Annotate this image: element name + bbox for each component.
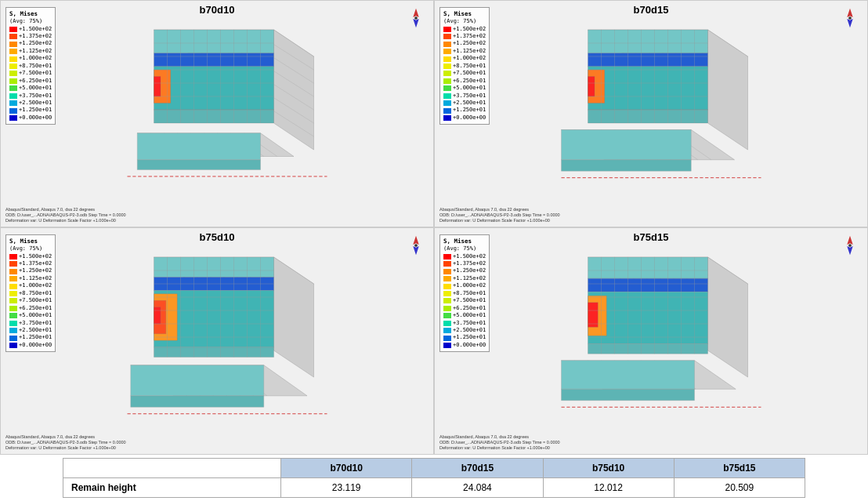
legend-row: +5.000e+01 <box>9 312 52 319</box>
panel-info-br: Abaqus/Standard, Abaqus 7.0, dsa 22 degr… <box>439 434 560 451</box>
table-cell-b75d15: 20.509 <box>674 478 805 498</box>
legend-row: +7.500e+01 <box>9 70 52 77</box>
legend-title-br: S, Mises <box>443 238 486 245</box>
legend-subtitle-tr: (Avg: 75%) <box>443 18 486 25</box>
legend-subtitle-tl: (Avg: 75%) <box>9 18 52 25</box>
table-header-b75d10: b75d10 <box>543 459 674 478</box>
svg-point-182 <box>848 244 852 247</box>
legend-row: +1.250e+02 <box>443 40 486 47</box>
svg-marker-148 <box>708 257 748 377</box>
legend-row: +1.000e+02 <box>443 282 486 289</box>
table-header-b70d10: b70d10 <box>281 459 412 478</box>
legend-row: +1.375e+02 <box>443 260 486 267</box>
svg-marker-153 <box>588 303 599 327</box>
svg-marker-134 <box>131 365 264 396</box>
legend-row: +8.750e+01 <box>9 63 52 70</box>
svg-marker-149 <box>588 257 708 278</box>
table-header-empty <box>63 459 281 478</box>
legend-row: +7.500e+01 <box>443 297 486 304</box>
mesh-svg-br <box>505 244 844 430</box>
legend-row: +2.500e+01 <box>443 100 486 107</box>
svg-marker-177 <box>562 361 695 390</box>
mesh-svg-tr <box>505 16 844 203</box>
table-cell-b75d10: 12.012 <box>543 478 674 498</box>
legend-row: +1.375e+02 <box>9 260 52 267</box>
svg-marker-178 <box>562 389 695 400</box>
legend-row: +5.000e+01 <box>443 312 486 319</box>
svg-marker-110 <box>154 307 161 324</box>
legend-bottom-left: S, Mises (Avg: 75%) +1.500e+02 +1.375e+0… <box>5 234 56 352</box>
legend-row: +6.250e+01 <box>9 305 52 312</box>
svg-point-95 <box>848 16 852 20</box>
legend-title-tr: S, Mises <box>443 10 486 18</box>
legend-row: +8.750e+01 <box>443 63 486 70</box>
legend-row: +5.000e+01 <box>9 85 52 92</box>
svg-marker-21 <box>154 77 161 97</box>
legend-row: +1.000e+02 <box>9 55 52 62</box>
table-header-b70d15: b70d15 <box>412 459 543 478</box>
table-row: Remain height 23.119 24.084 12.012 20.50… <box>63 478 805 498</box>
svg-marker-93 <box>847 9 852 17</box>
svg-marker-47 <box>137 160 260 170</box>
svg-marker-104 <box>274 257 314 377</box>
svg-marker-18 <box>154 53 274 67</box>
legend-subtitle-br: (Avg: 75%) <box>443 245 486 252</box>
legend-row: +0.000e+00 <box>9 342 52 349</box>
legend-row: +1.125e+02 <box>443 48 486 55</box>
panel-info-bl: Abaqus/Standard, Abaqus 7.0, dsa 22 degr… <box>5 434 126 451</box>
compass-br <box>839 234 861 256</box>
svg-marker-63 <box>588 67 708 110</box>
svg-marker-154 <box>588 344 708 354</box>
legend-row: +5.000e+01 <box>443 85 486 92</box>
legend-row: +6.250e+01 <box>9 78 52 85</box>
table-row-label: Remain height <box>63 478 281 498</box>
main-container: b70d10 S, Mises (Avg: 75%) +1.500e+02 +1… <box>0 0 868 501</box>
svg-marker-94 <box>847 19 852 27</box>
legend-row: +1.250e+02 <box>443 267 486 274</box>
table-header-b75d15: b75d15 <box>674 459 805 478</box>
legend-row: +7.500e+01 <box>9 297 52 304</box>
legend-row: +1.000e+02 <box>9 282 52 289</box>
panel-title-bottom-right: b75d15 <box>634 231 669 243</box>
legend-row: +0.000e+00 <box>443 114 486 122</box>
table-cell-b70d10: 23.119 <box>281 478 412 498</box>
mesh-svg-tl <box>71 16 410 203</box>
legend-row: +0.000e+00 <box>9 114 52 122</box>
legend-row: +1.250e+01 <box>443 107 486 114</box>
legend-row: +2.500e+01 <box>443 327 486 334</box>
legend-title-tl: S, Mises <box>9 10 52 18</box>
panel-title-bottom-left: b75d10 <box>200 231 235 243</box>
svg-marker-62 <box>588 53 708 67</box>
legend-bottom-right: S, Mises (Avg: 75%) +1.500e+02 +1.375e+0… <box>439 234 490 352</box>
legend-row: +1.500e+02 <box>443 26 486 33</box>
legend-top-right: S, Mises (Avg: 75%) +1.500e+02 +1.375e+0… <box>439 7 490 125</box>
svg-point-139 <box>414 244 418 247</box>
svg-marker-150 <box>588 278 708 292</box>
legend-row: +1.000e+02 <box>443 55 486 62</box>
svg-marker-50 <box>413 19 418 27</box>
legend-row: +2.500e+01 <box>9 100 52 107</box>
legend-row: +1.250e+01 <box>9 334 52 341</box>
svg-marker-135 <box>131 396 264 407</box>
legend-row: +1.250e+02 <box>9 267 52 274</box>
legend-row: +3.750e+01 <box>9 93 52 100</box>
svg-marker-91 <box>562 160 692 171</box>
svg-marker-90 <box>562 130 692 160</box>
svg-marker-181 <box>847 246 852 255</box>
panels-area-bottom: b75d10 S, Mises (Avg: 75%) +1.500e+02 +1… <box>0 227 868 455</box>
compass-bl <box>405 234 427 256</box>
legend-row: +1.375e+02 <box>443 33 486 40</box>
panel-title-top-right: b70d15 <box>634 4 669 16</box>
legend-row: +1.250e+01 <box>9 107 52 114</box>
svg-marker-61 <box>588 30 708 53</box>
panel-bottom-left: b75d10 S, Mises (Avg: 75%) +1.500e+02 +1… <box>0 227 434 455</box>
svg-marker-9 <box>274 30 314 150</box>
svg-marker-138 <box>413 246 418 255</box>
legend-row: +1.250e+01 <box>443 334 486 341</box>
svg-marker-49 <box>413 9 418 17</box>
legend-row: +1.125e+02 <box>443 275 486 282</box>
compass-tr <box>839 7 861 29</box>
svg-marker-46 <box>137 133 260 160</box>
svg-point-51 <box>414 16 418 20</box>
legend-row: +7.500e+01 <box>443 70 486 77</box>
